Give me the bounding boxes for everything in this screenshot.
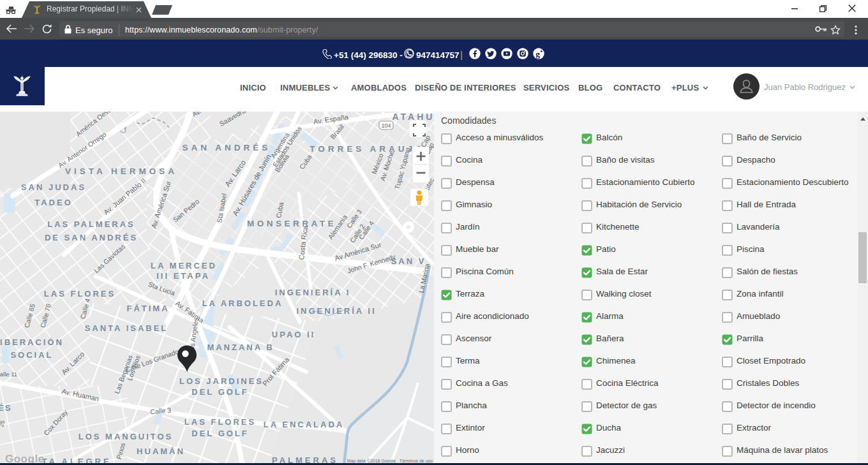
svg-text:Calle 11: Calle 11 — [0, 371, 17, 378]
svg-text:LAS FLORES: LAS FLORES — [44, 289, 116, 299]
svg-text:MONSERRATE: MONSERRATE — [247, 219, 336, 228]
svg-text:LA MERCED: LA MERCED — [151, 261, 217, 270]
svg-text:DEL GOLF: DEL GOLF — [191, 387, 248, 397]
svg-text:DEL GOLF: DEL GOLF — [191, 429, 248, 438]
svg-text:LAS PALMERAS: LAS PALMERAS — [47, 219, 135, 229]
svg-text:INGENIERÍA I: INGENIERÍA I — [275, 288, 351, 297]
svg-text:LOS JARDINES: LOS JARDINES — [179, 376, 264, 386]
svg-text:VISTA HERMOSA: VISTA HERMOSA — [65, 166, 177, 176]
svg-text:FÁTIMA: FÁTIMA — [126, 304, 169, 313]
svg-text:TORRES ARAUJO: TORRES ARAUJO — [310, 144, 425, 154]
svg-text:LA ENCALADA: LA ENCALADA — [264, 420, 344, 429]
svg-text:ÉS: ÉS — [0, 403, 12, 413]
svg-text:TADEO: TADEO — [34, 198, 73, 207]
svg-text:LAS FLORES: LAS FLORES — [184, 417, 256, 427]
svg-text:SANTA ISABEL: SANTA ISABEL — [85, 323, 168, 333]
svg-text:HUAMÁN: HUAMÁN — [137, 447, 185, 456]
svg-text:IBERACIÓN: IBERACIÓN — [0, 337, 64, 347]
svg-text:INGENIERÍA II: INGENIERÍA II — [296, 306, 376, 316]
svg-text:III ETAPA: III ETAPA — [156, 271, 210, 281]
svg-text:SAN V: SAN V — [391, 256, 426, 266]
svg-text:UPAO II: UPAO II — [272, 330, 315, 339]
svg-text:MANZANA B: MANZANA B — [207, 343, 274, 352]
svg-text:DE SAN ANDRÉS: DE SAN ANDRÉS — [45, 233, 138, 242]
svg-text:SOCIAL: SOCIAL — [10, 350, 53, 360]
svg-text:LOS MANGUITOS: LOS MANGUITOS — [79, 432, 174, 441]
svg-text:SAN JUDAS: SAN JUDAS — [21, 182, 86, 192]
svg-text:+: + — [540, 48, 543, 54]
svg-text:LA ARBOLEDA: LA ARBOLEDA — [202, 299, 283, 308]
svg-text:ATAHU: ATAHU — [393, 112, 434, 122]
svg-text:104: 104 — [381, 122, 391, 129]
svg-text:SAN ANDRÉS: SAN ANDRÉS — [183, 143, 271, 152]
